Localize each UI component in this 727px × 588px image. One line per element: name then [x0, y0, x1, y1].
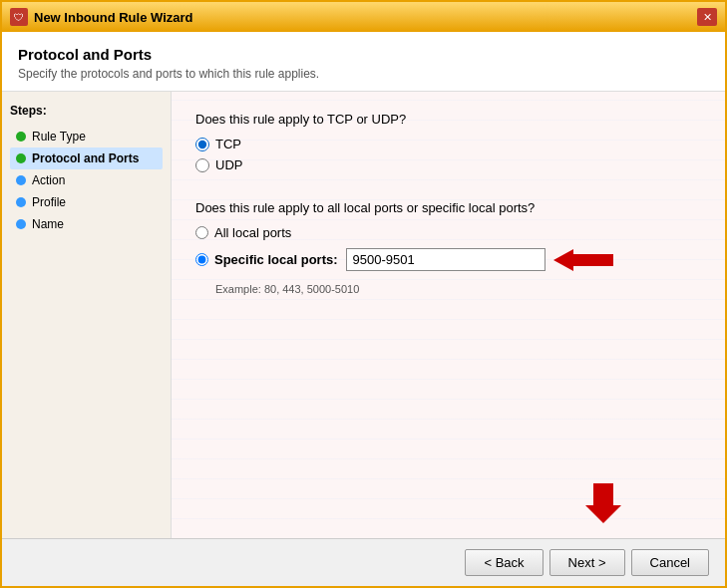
port-example-text: Example: 80, 443, 5000-5010: [215, 283, 701, 295]
cancel-button[interactable]: Cancel: [631, 549, 709, 576]
sidebar-item-label-profile: Profile: [32, 195, 66, 209]
window-icon: 🛡: [10, 8, 28, 26]
radio-all-ports[interactable]: All local ports: [195, 225, 701, 240]
sidebar: Steps: Rule Type Protocol and Ports Acti…: [2, 92, 172, 538]
steps-label: Steps:: [10, 104, 163, 118]
step-dot-rule-type: [16, 132, 26, 142]
svg-marker-0: [553, 249, 613, 271]
radio-specific-ports[interactable]: Specific local ports:: [195, 252, 338, 267]
radio-tcp-input[interactable]: [195, 138, 209, 151]
radio-specific-ports-input[interactable]: [195, 253, 208, 266]
sidebar-item-label-protocol: Protocol and Ports: [32, 151, 139, 165]
protocol-question: Does this rule apply to TCP or UDP?: [195, 112, 701, 127]
next-button[interactable]: Next >: [549, 549, 625, 576]
ports-radio-group: All local ports Specific local ports:: [195, 225, 701, 295]
sidebar-item-label-action: Action: [32, 173, 65, 187]
main-layout: Steps: Rule Type Protocol and Ports Acti…: [2, 92, 725, 538]
radio-udp-label: UDP: [215, 157, 242, 172]
port-input[interactable]: [346, 248, 545, 271]
sidebar-item-protocol-and-ports[interactable]: Protocol and Ports: [10, 147, 163, 169]
title-bar: 🛡 New Inbound Rule Wizard ✕: [2, 2, 725, 32]
radio-tcp-label: TCP: [215, 137, 241, 151]
down-arrow-container: [195, 483, 701, 528]
sidebar-item-rule-type[interactable]: Rule Type: [10, 126, 163, 147]
page-title: Protocol and Ports: [18, 46, 709, 63]
footer: < Back Next > Cancel: [2, 538, 725, 586]
sidebar-item-profile[interactable]: Profile: [10, 191, 163, 213]
title-bar-left: 🛡 New Inbound Rule Wizard: [10, 8, 193, 26]
radio-specific-ports-label: Specific local ports:: [214, 252, 338, 267]
radio-all-ports-input[interactable]: [195, 226, 208, 239]
step-dot-action: [16, 175, 26, 185]
svg-marker-1: [585, 483, 621, 523]
radio-tcp[interactable]: TCP: [195, 137, 701, 151]
page-subtitle: Specify the protocols and ports to which…: [18, 67, 709, 81]
left-arrow-indicator: [553, 249, 613, 271]
window-title: New Inbound Rule Wizard: [34, 10, 193, 25]
ports-question: Does this rule apply to all local ports …: [195, 200, 701, 215]
main-content: Does this rule apply to TCP or UDP? TCP …: [172, 92, 725, 538]
sidebar-item-name[interactable]: Name: [10, 213, 163, 235]
down-arrow-icon: [585, 483, 621, 528]
radio-udp-input[interactable]: [195, 158, 209, 172]
step-dot-protocol-and-ports: [16, 153, 26, 163]
back-button[interactable]: < Back: [465, 549, 543, 576]
sidebar-item-action[interactable]: Action: [10, 169, 163, 191]
header-section: Protocol and Ports Specify the protocols…: [2, 32, 725, 92]
radio-all-ports-label: All local ports: [214, 225, 291, 240]
protocol-radio-group: TCP UDP: [195, 137, 701, 172]
sidebar-item-label-rule-type: Rule Type: [32, 130, 86, 144]
window: 🛡 New Inbound Rule Wizard ✕ Protocol and…: [0, 0, 727, 588]
sidebar-item-label-name: Name: [32, 217, 64, 231]
specific-ports-row: Specific local ports:: [195, 248, 701, 271]
step-dot-profile: [16, 197, 26, 207]
step-dot-name: [16, 219, 26, 229]
close-button[interactable]: ✕: [697, 8, 717, 26]
radio-udp[interactable]: UDP: [195, 157, 701, 172]
